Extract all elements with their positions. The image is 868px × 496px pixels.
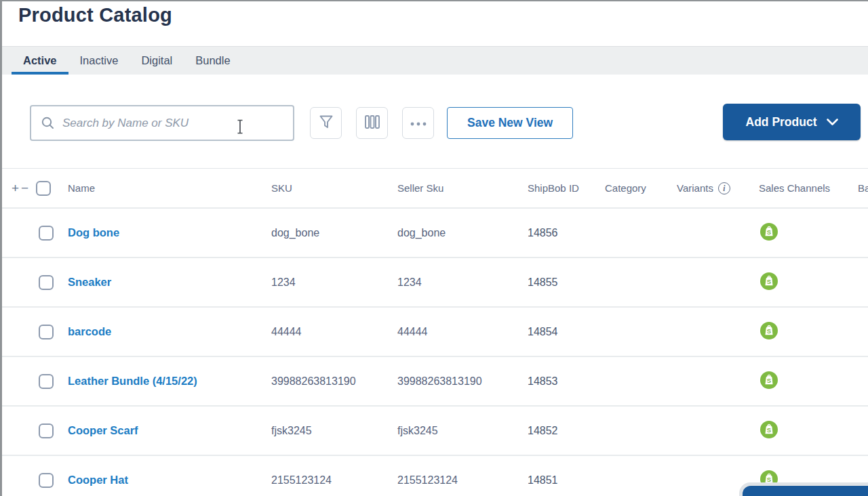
page-header: Product Catalog — [2, 1, 868, 46]
toolbar: Save New View Add Product — [2, 75, 868, 168]
seller-sku-cell: dog_bone — [397, 227, 446, 239]
column-header-seller-sku[interactable]: Seller Sku — [397, 182, 528, 194]
table-row: Cooper Scarf fjsk3245 fjsk3245 14852 S — [2, 405, 868, 455]
search-input[interactable] — [30, 105, 294, 141]
row-checkbox[interactable] — [39, 423, 54, 438]
product-name-link[interactable]: barcode — [68, 325, 111, 337]
tab-inactive-label: Inactive — [80, 54, 119, 67]
table-row: Leather Bundle (4/15/22) 39988263813190 … — [2, 356, 868, 405]
product-name-link[interactable]: Sneaker — [68, 276, 111, 288]
tab-inactive[interactable]: Inactive — [68, 47, 130, 75]
table-header-row: + − Name SKU Seller Sku ShipBob ID Categ… — [2, 168, 868, 207]
seller-sku-cell: 39988263813190 — [397, 375, 482, 387]
row-checkbox[interactable] — [39, 325, 54, 339]
table-header-controls: + − — [2, 181, 68, 196]
column-header-name[interactable]: Name — [68, 182, 271, 194]
seller-sku-cell: 44444 — [397, 326, 428, 337]
svg-text:S: S — [767, 426, 771, 433]
product-name-link[interactable]: Cooper Scarf — [68, 424, 138, 436]
info-icon[interactable]: i — [718, 182, 730, 194]
variants-header-label: Variants — [677, 182, 713, 194]
tab-digital[interactable]: Digital — [130, 47, 184, 75]
tab-active-label: Active — [23, 54, 57, 67]
shipbob-id-cell: 14855 — [528, 276, 558, 288]
svg-text:S: S — [767, 475, 771, 482]
table-body: Dog bone dog_bone dog_bone 14856 S Sneak… — [2, 207, 868, 496]
shopify-channel-icon[interactable]: S — [760, 272, 778, 293]
shipbob-id-cell: 14853 — [528, 375, 558, 387]
product-name-link[interactable]: Dog bone — [68, 226, 119, 239]
row-checkbox[interactable] — [39, 275, 54, 290]
collapse-all-button[interactable]: − — [21, 182, 28, 194]
shopify-channel-icon[interactable]: S — [760, 371, 778, 392]
shipbob-id-cell: 14856 — [528, 227, 558, 239]
row-checkbox[interactable] — [39, 374, 54, 389]
ellipsis-icon — [410, 117, 427, 129]
bottom-right-popup-peek[interactable] — [739, 482, 868, 496]
sku-cell: 39988263813190 — [271, 375, 356, 387]
product-name-link[interactable]: Leather Bundle (4/15/22) — [68, 375, 197, 387]
sku-cell: 1234 — [271, 276, 296, 288]
seller-sku-cell: 1234 — [397, 276, 422, 288]
seller-sku-cell: fjsk3245 — [397, 425, 438, 436]
shipbob-id-cell: 14851 — [528, 474, 558, 486]
sku-cell: dog_bone — [271, 227, 319, 239]
search-box — [30, 105, 294, 141]
column-header-sku[interactable]: SKU — [271, 182, 397, 194]
add-product-button[interactable]: Add Product — [723, 104, 861, 140]
product-name-link[interactable]: Cooper Hat — [68, 474, 128, 486]
column-header-variants[interactable]: Variants i — [677, 182, 759, 194]
shipbob-id-cell: 14852 — [528, 425, 558, 436]
filter-button[interactable] — [310, 107, 342, 139]
table-row: Sneaker 1234 1234 14855 S — [2, 257, 868, 306]
save-new-view-button[interactable]: Save New View — [447, 107, 573, 139]
row-checkbox[interactable] — [39, 473, 54, 488]
tab-bundle-label: Bundle — [195, 54, 230, 67]
table-row: Cooper Hat 2155123124 2155123124 14851 S — [2, 455, 868, 496]
columns-icon — [363, 114, 381, 133]
tab-bar: Active Inactive Digital Bundle — [2, 46, 868, 75]
select-all-checkbox[interactable] — [36, 181, 51, 196]
column-header-shipbob-id[interactable]: ShipBob ID — [528, 182, 605, 194]
sku-cell: fjsk3245 — [271, 425, 312, 436]
expand-all-button[interactable]: + — [12, 182, 19, 194]
svg-text:S: S — [767, 277, 771, 285]
chevron-down-icon — [827, 115, 838, 129]
columns-button[interactable] — [356, 107, 388, 139]
svg-text:S: S — [767, 228, 771, 235]
product-catalog-page: Product Catalog Active Inactive Digital … — [0, 0, 868, 496]
seller-sku-cell: 2155123124 — [397, 474, 458, 486]
tab-digital-label: Digital — [141, 54, 172, 67]
shopify-channel-icon[interactable]: S — [760, 322, 778, 342]
column-header-category[interactable]: Category — [605, 182, 677, 194]
row-checkbox[interactable] — [39, 226, 54, 241]
tab-bundle[interactable]: Bundle — [184, 47, 241, 75]
sku-cell: 2155123124 — [271, 474, 332, 486]
svg-text:S: S — [767, 327, 771, 334]
add-product-label: Add Product — [746, 115, 817, 129]
more-options-button[interactable] — [402, 107, 434, 139]
page-title: Product Catalog — [18, 4, 868, 26]
sku-cell: 44444 — [271, 326, 302, 337]
column-header-barcode[interactable]: Ba — [858, 182, 868, 194]
tab-active[interactable]: Active — [12, 47, 68, 75]
shopify-channel-icon[interactable]: S — [760, 223, 778, 243]
column-header-sales-channels[interactable]: Sales Channels — [759, 182, 858, 194]
table-row: barcode 44444 44444 14854 S — [2, 306, 868, 356]
shipbob-id-cell: 14854 — [528, 326, 558, 337]
shopify-channel-icon[interactable]: S — [760, 421, 778, 441]
table-row: Dog bone dog_bone dog_bone 14856 S — [2, 207, 868, 257]
funnel-icon — [317, 113, 335, 133]
svg-text:S: S — [767, 376, 771, 384]
bottom-right-popup-body — [743, 486, 868, 496]
